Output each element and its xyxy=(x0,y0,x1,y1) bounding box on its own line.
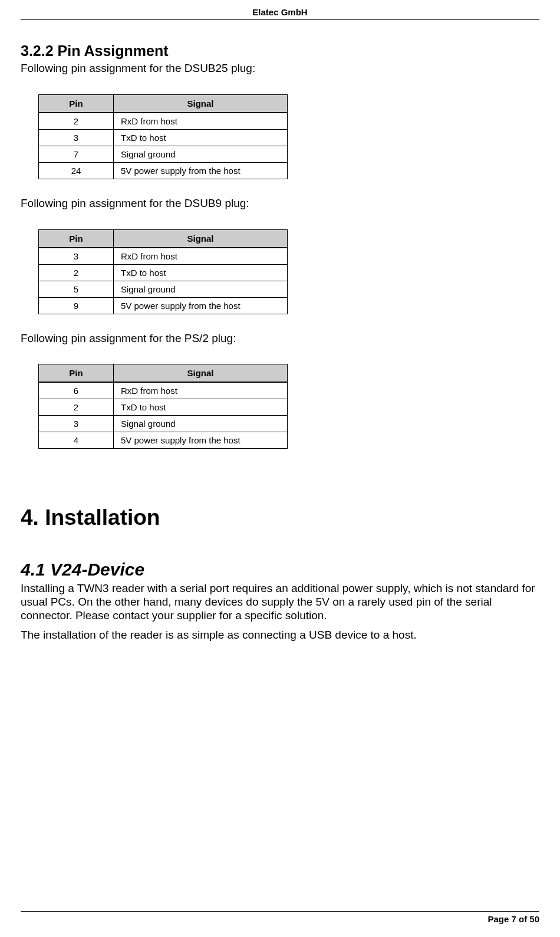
table-row: 3Signal ground xyxy=(39,416,288,432)
cell-signal: RxD from host xyxy=(114,248,288,265)
table-header-row: Pin Signal xyxy=(39,94,288,113)
table-ps2: Pin Signal 6RxD from host2TxD to host3Si… xyxy=(38,364,288,449)
cell-pin: 2 xyxy=(39,264,114,281)
cell-signal: 5V power supply from the host xyxy=(114,432,288,449)
heading-3-2-2: 3.2.2 Pin Assignment xyxy=(21,42,539,60)
cell-pin: 3 xyxy=(39,416,114,432)
cell-signal: Signal ground xyxy=(114,281,288,297)
table-dsub25: Pin Signal 2RxD from host3TxD to host7Si… xyxy=(38,94,288,179)
table-row: 5Signal ground xyxy=(39,281,288,297)
company-name: Elatec GmbH xyxy=(252,7,307,17)
intro-dsub25: Following pin assignment for the DSUB25 … xyxy=(21,62,539,75)
table-row: 3RxD from host xyxy=(39,248,288,265)
col-header-signal: Signal xyxy=(114,364,288,383)
cell-pin: 6 xyxy=(39,382,114,399)
cell-pin: 4 xyxy=(39,432,114,449)
table-row: 95V power supply from the host xyxy=(39,297,288,314)
cell-pin: 5 xyxy=(39,281,114,297)
col-header-signal: Signal xyxy=(114,94,288,113)
col-header-pin: Pin xyxy=(39,364,114,383)
table-row: 245V power supply from the host xyxy=(39,162,288,179)
cell-pin: 2 xyxy=(39,399,114,416)
heading-4-1: 4.1 V24-Device xyxy=(21,560,539,580)
cell-signal: TxD to host xyxy=(114,264,288,281)
table-row: 3TxD to host xyxy=(39,129,288,146)
cell-signal: Signal ground xyxy=(114,146,288,162)
page-footer: Page 7 of 50 xyxy=(21,911,539,924)
cell-signal: Signal ground xyxy=(114,416,288,432)
table-row: 7Signal ground xyxy=(39,146,288,162)
page-header: Elatec GmbH xyxy=(21,7,539,20)
table-body: 2RxD from host3TxD to host7Signal ground… xyxy=(39,113,288,179)
cell-signal: TxD to host xyxy=(114,399,288,416)
table-row: 2RxD from host xyxy=(39,113,288,130)
heading-4: 4. Installation xyxy=(21,505,539,530)
cell-pin: 7 xyxy=(39,146,114,162)
cell-pin: 3 xyxy=(39,248,114,265)
cell-signal: 5V power supply from the host xyxy=(114,162,288,179)
table-header-row: Pin Signal xyxy=(39,229,288,248)
cell-signal: RxD from host xyxy=(114,113,288,130)
table-row: 6RxD from host xyxy=(39,382,288,399)
para-4-1-1: Installing a TWN3 reader with a serial p… xyxy=(21,582,539,622)
table-row: 2TxD to host xyxy=(39,264,288,281)
cell-pin: 24 xyxy=(39,162,114,179)
table-row: 2TxD to host xyxy=(39,399,288,416)
cell-signal: TxD to host xyxy=(114,129,288,146)
table-header-row: Pin Signal xyxy=(39,364,288,383)
table-dsub9: Pin Signal 3RxD from host2TxD to host5Si… xyxy=(38,229,288,314)
cell-pin: 3 xyxy=(39,129,114,146)
cell-signal: RxD from host xyxy=(114,382,288,399)
cell-signal: 5V power supply from the host xyxy=(114,297,288,314)
intro-ps2: Following pin assignment for the PS/2 pl… xyxy=(21,332,539,346)
col-header-pin: Pin xyxy=(39,229,114,248)
cell-pin: 2 xyxy=(39,113,114,130)
table-body: 6RxD from host2TxD to host3Signal ground… xyxy=(39,382,288,449)
col-header-pin: Pin xyxy=(39,94,114,113)
table-row: 45V power supply from the host xyxy=(39,432,288,449)
table-body: 3RxD from host2TxD to host5Signal ground… xyxy=(39,248,288,314)
cell-pin: 9 xyxy=(39,297,114,314)
page-number: Page 7 of 50 xyxy=(487,914,539,924)
col-header-signal: Signal xyxy=(114,229,288,248)
page: Elatec GmbH 3.2.2 Pin Assignment Followi… xyxy=(0,0,560,937)
para-4-1-2: The installation of the reader is as sim… xyxy=(21,629,539,642)
intro-dsub9: Following pin assignment for the DSUB9 p… xyxy=(21,197,539,211)
